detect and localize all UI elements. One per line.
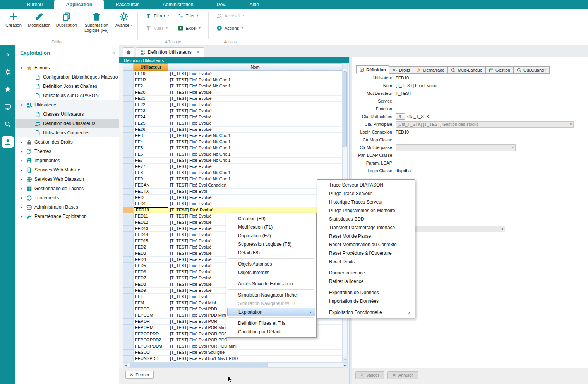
scroll-right-arrow[interactable]: ▶ [343,363,347,368]
table-row[interactable]: FE23[T_TEST] Fixé Evolué [123,108,342,114]
settings-rail-button[interactable] [2,67,13,77]
row-selector[interactable] [123,195,134,201]
tab-demarrage[interactable]: Démarrage [413,66,448,74]
row-selector[interactable] [123,71,134,77]
table-row[interactable]: FECTX[T_TEST] Fixé Evol [123,189,342,195]
row-selector[interactable] [123,300,134,306]
row-selector[interactable] [123,350,134,356]
row-selector[interactable] [123,120,134,127]
row-selector[interactable] [123,77,134,83]
class-picker-button[interactable] [396,113,405,120]
trier-button[interactable]: Trier ▾ [176,12,202,19]
table-row[interactable]: FED[T_TEST] Fixé Evolué [123,195,342,201]
table-row[interactable]: FE77[T_TEST] Fixé Evolué [123,164,342,170]
row-selector[interactable] [123,139,134,145]
table-row[interactable]: FED10[T_TEST] Fixé Evolué [123,207,342,213]
row-selector[interactable] [123,244,134,250]
menu-item-objets-autorises[interactable]: Objets Autorisés [227,260,315,268]
tree-item-services-web-mobilite[interactable]: ▸Services Web Mobilité [15,165,119,175]
row-selector[interactable] [123,232,134,238]
table-row[interactable]: FEPORPDD2[T_TEST] Fixé Evol POR PDD [123,337,342,343]
row-selector[interactable] [123,145,134,151]
tree-item-classes-utilisateurs[interactable]: Classes Utilisateurs [15,110,119,119]
row-selector[interactable] [123,182,134,189]
tree-item-parametrage-exploitation[interactable]: ▸Paramétrage Exploitation [15,212,119,221]
avance-button[interactable]: Avancé ▾ [113,10,135,38]
tab-droits[interactable]: Droits [389,66,414,74]
tree-item-gestionnaire-de-taches[interactable]: ▸Gestionnaire de Tâches [15,184,119,193]
scroll-down-arrow[interactable]: ▼ [343,357,347,362]
row-selector[interactable] [123,176,134,182]
column-header-nom[interactable]: Nom [168,63,342,71]
tree-item-themes[interactable]: ▸Thèmes [15,147,119,156]
collapse-panel-button[interactable]: « [2,49,13,60]
fermer-button[interactable]: ✕ Fermer [125,371,154,379]
tree-item-administration-bases[interactable]: ▸Administration Bases [15,202,119,212]
row-selector[interactable] [123,331,134,337]
row-selector[interactable] [123,325,134,331]
tree-item-utilisateurs-connectes[interactable]: Utilisateurs Connectés [15,128,119,137]
menu-item-reset-procedure-a-l-ouverture[interactable]: Reset Procédure à l'Ouverture [318,249,413,257]
row-selector[interactable] [123,207,134,213]
row-selector[interactable] [123,250,134,257]
filtrer-button[interactable]: Filtrer ▾ [144,12,170,19]
menu-item-trace-serveur-diapason[interactable]: Trace Serveur DIAPASON [318,181,413,189]
menu-item-importation-de-donnees[interactable]: Importation de Données [318,297,413,305]
tab-definition[interactable]: Définition [356,65,389,74]
suppression-logique-button[interactable]: Suppression Logique (F6) [80,10,113,38]
menu-item-transfert-parametrage-interface[interactable]: Transfert Parametrage Interface [318,223,413,232]
table-row[interactable]: FE21[T_TEST] Fixé Evolué [123,96,342,102]
tree-item-services-web-diapason[interactable]: ▸Services Web Diapason [15,175,119,184]
favorites-rail-button[interactable] [2,84,13,95]
row-selector[interactable] [123,306,134,312]
row-selector[interactable] [123,133,134,139]
table-row[interactable]: FE26[T_TEST] Fixé Evolué [123,127,342,133]
row-selector[interactable] [123,343,134,350]
row-selector[interactable] [123,226,134,232]
tab-gestion[interactable]: Gestion [486,66,514,74]
menu-item-reset-droits[interactable]: Reset Droits [318,257,413,266]
chevron-right-icon[interactable]: ▸ [19,214,24,218]
menu-item-suppression-logique-f6[interactable]: Suppression Logique (F6) [227,240,315,249]
home-tab[interactable] [123,47,134,57]
table-row[interactable]: FEPORPDDM[T_TEST] Fixé Evol POR PDD Mini [123,343,342,350]
menu-item-exportation-de-donnees[interactable]: Exportation de Données [318,288,413,297]
tab-multi-langue[interactable]: Multi-Langue [448,66,486,74]
menu-item-reset-memorisation-du-contexte[interactable]: Reset Mémorisation du Contexte [318,240,413,249]
tree-item-definition-jobs-et-chaines[interactable]: Définition Jobs et Chaînes [15,82,119,91]
tree-item-traitements[interactable]: ▸Traitements [15,193,119,202]
excel-button[interactable]: Excel ▾ [176,24,202,32]
row-selector[interactable] [123,170,134,176]
scroll-left-arrow[interactable]: ◀ [123,363,128,368]
table-row[interactable]: FESOU[T_TEST] Fixé Evol Souligné [123,350,342,356]
horizontal-scrollbar[interactable]: ◀ ▶ [123,362,348,368]
secondary-select[interactable]: ▾ [415,226,505,232]
row-selector[interactable] [123,356,134,362]
menu-item-condition-par-defaut[interactable]: Condition par Défaut [227,327,315,336]
row-selector[interactable] [123,337,134,343]
row-selector[interactable] [123,294,134,300]
horizontal-scrollbar-thumb[interactable] [130,363,268,367]
menu-item-historique-traces-serveur[interactable]: Historique Traces Serveur [318,198,413,206]
menu-item-exploitation[interactable]: Exploitation› [227,308,315,316]
row-selector[interactable] [123,219,134,226]
table-row[interactable]: FE3[T_TEST] Fixé Evolué Nb Cnx 1 [123,133,342,139]
table-row[interactable]: FE7[T_TEST] Fixé Evolué Nb Cnx 1 [123,158,342,164]
tree-item-imprimantes[interactable]: ▸Imprimantes [15,156,119,165]
menu-item-modification-f1[interactable]: Modification (F1) [227,223,315,231]
duplication-button[interactable]: Duplication [54,10,79,38]
field-select[interactable]: ▾ [396,144,516,151]
row-selector[interactable] [123,102,134,108]
row-selector[interactable] [123,151,134,158]
menu-item-duplication-f7[interactable]: Duplication (F7) [227,231,315,240]
table-row[interactable]: FED1[T_TEST] Fixé Evolué [123,201,342,207]
column-header-utilisateur[interactable]: Utilisateur [134,63,168,71]
row-selector[interactable] [123,319,134,325]
tree-item-definition-des-utilisateurs[interactable]: Définition des Utilisateurs [15,119,119,128]
table-row[interactable]: FE4[T_TEST] Fixé Evolué Nb Cnx 1 [123,139,342,145]
row-selector[interactable] [123,275,134,281]
tab-qui-quand[interactable]: Qui,Quand? [514,66,550,74]
table-row[interactable]: FE5[T_TEST] Fixé Evolué Nb Cnx 1 [123,145,342,151]
row-selector[interactable] [123,263,134,269]
desktop-rail-button[interactable] [2,101,13,112]
